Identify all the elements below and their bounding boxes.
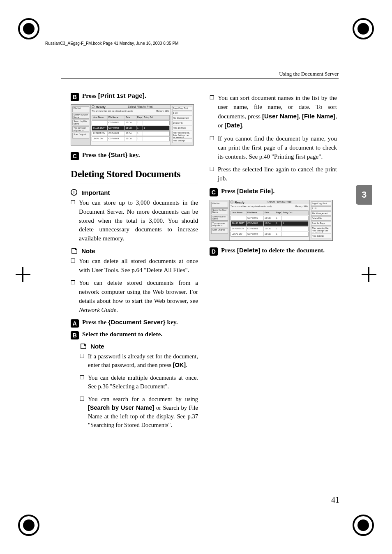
right-p3: Press the selected line again to cancel … (210, 165, 337, 183)
start-key-label: {Start} (108, 151, 127, 158)
note-icon (80, 343, 87, 349)
step3b-text: Press [Delete File]. (221, 188, 274, 194)
page: RussianC3_AEgsg-F_FM.book Page 41 Monday… (0, 0, 392, 554)
step-number-4-icon: D (210, 247, 218, 256)
svg-text:!: ! (73, 190, 75, 195)
step-3-delete-file: C Press [Delete File]. (210, 187, 337, 196)
note-icon (71, 247, 78, 254)
important-icon: ! (71, 189, 78, 196)
nested-note-p2: You can delete multiple documents at onc… (80, 374, 198, 391)
delete-label: [Delete] (237, 247, 261, 254)
screenshot-delete-file: File ListSearch by User NameSearch by Fi… (210, 200, 333, 241)
print-1st-page-label: [Print 1st Page] (98, 92, 145, 99)
header-rule (61, 78, 339, 78)
step3-text: Press the {Start} key. (82, 152, 140, 158)
step-4-press-delete: D Press [Delete] to delete the document. (210, 247, 337, 256)
step1-text: Press the {Document Server} key. (82, 319, 178, 325)
registration-mark-icon (353, 18, 374, 39)
note-p2: You can delete stored documents from a n… (71, 279, 198, 314)
right-column: You can sort document names in the list … (210, 92, 337, 259)
heading-rule (71, 183, 198, 183)
step4-text: Press [Delete] to delete the document. (221, 247, 325, 254)
important-subhead: ! Important (71, 189, 198, 196)
step-number-3b-icon: C (210, 188, 218, 196)
step-number-2-icon: B (71, 93, 79, 101)
right-p2: If you cannot find the document by name,… (210, 134, 337, 161)
running-head: Using the Document Server (279, 71, 339, 77)
document-server-key-label: {Document Server} (108, 319, 165, 325)
page-number: 41 (331, 495, 339, 505)
step-2-print-1st-page: B Press [Print 1st Page]. (71, 92, 198, 101)
registration-mark-icon (353, 515, 374, 536)
important-text: You can store up to 3,000 documents in t… (71, 199, 198, 243)
heading-deleting-stored-documents: Deleting Stored Documents (71, 169, 198, 180)
step-1-document-server: A Press the {Document Server} key. (71, 319, 198, 328)
left-column: B Press [Print 1st Page]. File ListSearc… (71, 92, 198, 434)
crosshair-icon (16, 267, 30, 282)
screenshot-print-1st-page: File ListSearch by User NameSearch by Fi… (71, 104, 194, 145)
delete-file-label: [Delete File] (237, 187, 273, 194)
step2-text: Press [Print 1st Page]. (82, 92, 146, 99)
step-number-1-icon: A (71, 319, 79, 328)
step-number-2b-icon: B (71, 331, 79, 339)
nested-note-subhead: Note (80, 343, 198, 350)
book-header-rule (21, 47, 371, 47)
note-p1: You can delete all stored documents at o… (71, 257, 198, 275)
nested-note-block: Note If a password is already set for th… (71, 343, 198, 429)
book-header: RussianC3_AEgsg-F_FM.book Page 41 Monday… (45, 41, 178, 46)
step2b-text: Select the document to delete. (82, 331, 163, 337)
step-3-press-start: C Press the {Start} key. (71, 151, 198, 160)
crosshair-icon (362, 267, 376, 282)
step-2-select-document: B Select the document to delete. (71, 331, 198, 339)
registration-mark-icon (18, 18, 39, 39)
note-subhead: Note (71, 247, 198, 254)
right-p1: You can sort document names in the list … (210, 94, 337, 130)
nested-note-p3: You can search for a document by using [… (80, 395, 198, 429)
chapter-tab: 3 (356, 185, 372, 205)
book-footer-rule (21, 525, 371, 525)
step-number-3-icon: C (71, 152, 79, 160)
registration-mark-icon (18, 515, 39, 536)
nested-note-p1: If a password is already set for the doc… (80, 352, 198, 369)
